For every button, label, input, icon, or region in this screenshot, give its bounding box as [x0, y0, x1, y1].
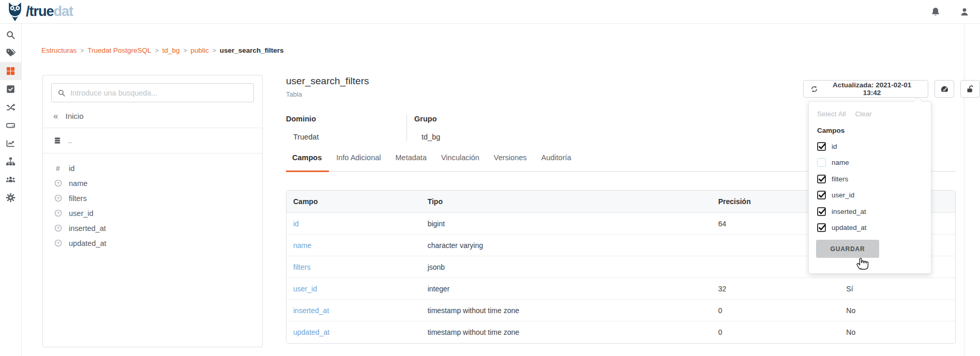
sidebar-item-users[interactable]	[0, 171, 21, 189]
field-list-item[interactable]: ?inserted_at	[43, 221, 262, 236]
field-list-label: inserted_at	[69, 224, 106, 233]
field-selector-dropdown: Select All Clear Campos idnamefiltersuse…	[808, 101, 931, 274]
table-row: updated_attimestamp without time zone0No	[287, 321, 955, 343]
tab-auditoría[interactable]: Auditoría	[534, 153, 579, 172]
breadcrumb-current: user_search_filters	[220, 47, 284, 54]
sidebar-item-tags[interactable]	[0, 44, 21, 62]
cell-campo: inserted_at	[287, 300, 421, 321]
dropdown-option-inserted_at: inserted_at	[817, 207, 923, 216]
sidebar-item-hdd[interactable]	[0, 116, 21, 134]
field-list-label: filters	[69, 194, 87, 203]
checkbox-checked[interactable]	[817, 223, 826, 232]
field-link[interactable]: inserted_at	[293, 306, 329, 315]
cell-tipo: timestamp without time zone	[421, 300, 712, 321]
svg-text:?: ?	[57, 196, 59, 200]
hand-cursor-icon	[854, 255, 870, 271]
top-header: /truedat	[0, 0, 980, 24]
refresh-icon	[810, 85, 818, 93]
cell-precision: 0	[712, 321, 834, 343]
sidebar-item-check-square[interactable]	[0, 80, 21, 98]
cell-nullable: Sí	[834, 278, 955, 300]
field-visibility-button[interactable]	[934, 80, 954, 98]
breadcrumb-separator: >	[152, 47, 162, 54]
dropdown-option-user_id: user_id	[817, 191, 923, 199]
checkbox-checked[interactable]	[817, 191, 826, 199]
breadcrumb-separator: >	[209, 47, 220, 54]
field-list-label: id	[69, 164, 74, 173]
truedat-logo[interactable]: /truedat	[5, 2, 73, 22]
shuffle-icon	[6, 102, 16, 112]
checkbox-checked[interactable]	[817, 207, 826, 216]
breadcrumb: Estructuras>Truedat PostgreSQL>td_bg>pub…	[41, 47, 284, 54]
sidebar-item-search[interactable]	[0, 26, 21, 44]
cell-tipo: jsonb	[421, 256, 712, 278]
field-list-item[interactable]: ?user_id	[43, 206, 262, 221]
svg-text:?: ?	[57, 211, 59, 215]
breadcrumb-link[interactable]: public	[190, 47, 208, 54]
field-list-item[interactable]: #id	[43, 161, 262, 176]
breadcrumb-link[interactable]: Truedat PostgreSQL	[87, 47, 151, 54]
breadcrumb-link[interactable]: Estructuras	[41, 47, 77, 54]
unlock-button[interactable]	[960, 80, 980, 98]
question-icon: ?	[54, 194, 62, 203]
structure-nav-panel: « Inicio .. #id?name?filters?user_id?ins…	[42, 75, 263, 347]
checkbox-checked[interactable]	[817, 142, 826, 151]
hash-icon: #	[54, 164, 62, 173]
field-link[interactable]: id	[293, 220, 299, 228]
tab-info-adicional[interactable]: Info Adicional	[329, 153, 388, 172]
cell-tipo: timestamp without time zone	[421, 321, 712, 343]
tab-campos[interactable]: Campos	[286, 153, 329, 172]
sidebar-item-shuffle[interactable]	[0, 98, 21, 116]
sidebar-item-sitemap[interactable]	[0, 152, 21, 171]
field-list-item[interactable]: ?updated_at	[43, 236, 262, 251]
column-header: Campo	[287, 191, 421, 213]
user-profile-icon[interactable]	[959, 7, 970, 17]
field-link[interactable]: updated_at	[293, 328, 329, 336]
dropdown-option-label: id	[832, 143, 837, 150]
svg-text:?: ?	[57, 241, 59, 245]
clear-link[interactable]: Clear	[855, 110, 872, 118]
dropdown-option-label: name	[832, 159, 849, 166]
refresh-updated-button[interactable]: Actualizada: 2021-02-01 13:42	[803, 80, 928, 98]
tab-vinculación[interactable]: Vinculación	[434, 153, 487, 172]
sidebar-item-grid[interactable]	[0, 62, 21, 80]
checkbox-checked[interactable]	[817, 175, 826, 183]
question-icon: ?	[54, 239, 62, 247]
cell-tipo: character varying	[421, 235, 712, 256]
dropdown-option-updated_at: updated_at	[817, 223, 923, 232]
select-all-link[interactable]: Select All	[817, 110, 846, 118]
notifications-bell-icon[interactable]	[930, 7, 941, 17]
content-right-edge	[964, 24, 964, 356]
field-list-label: user_id	[69, 209, 94, 218]
dropdown-caret	[913, 97, 923, 106]
checkbox-unchecked[interactable]	[817, 158, 826, 167]
dropdown-title: Campos	[817, 127, 923, 134]
cell-campo: updated_at	[287, 321, 421, 343]
cell-campo: id	[287, 213, 421, 235]
field-list-item[interactable]: ?name	[43, 176, 262, 191]
breadcrumb-separator: >	[77, 47, 87, 54]
field-list-label: name	[69, 179, 87, 188]
field-link[interactable]: user_id	[293, 285, 317, 293]
field-link[interactable]: filters	[293, 263, 310, 271]
icon-sidebar	[0, 24, 22, 356]
dropdown-option-label: updated_at	[832, 224, 867, 231]
nav-home-item[interactable]: « Inicio	[53, 112, 254, 128]
grupo-section: Grupo td_bg	[406, 115, 500, 141]
structure-search-box	[51, 83, 254, 102]
search-input[interactable]	[70, 89, 248, 97]
owl-logo-icon	[5, 2, 25, 22]
dropdown-option-label: filters	[832, 175, 848, 183]
column-header: Tipo	[421, 191, 712, 213]
dominio-section: Dominio Truedat	[286, 115, 406, 141]
sidebar-item-chart-line[interactable]	[0, 134, 21, 152]
tab-versiones[interactable]: Versiones	[487, 153, 534, 172]
brand-text-dark: /true	[26, 4, 54, 19]
sidebar-item-gear[interactable]	[0, 189, 21, 207]
tab-metadata[interactable]: Metadata	[388, 153, 433, 172]
nav-parent-item[interactable]: ..	[43, 128, 262, 153]
breadcrumb-link[interactable]: td_bg	[162, 47, 180, 54]
field-link[interactable]: name	[293, 241, 311, 250]
field-list-label: updated_at	[69, 239, 107, 247]
field-list-item[interactable]: ?filters	[43, 191, 262, 206]
